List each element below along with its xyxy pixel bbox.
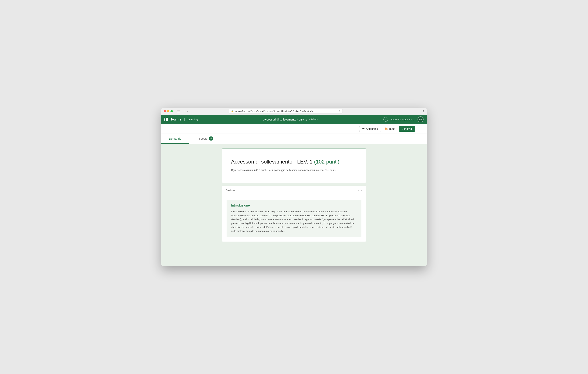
address-text: forms.office.com/Pages/DesignPage.aspx?l… [234,110,337,112]
section-more-button[interactable]: ··· [358,188,362,192]
share-label: Condividi [402,127,413,130]
preview-label: Anteprima [366,127,378,130]
breadcrumb-separator: | [184,118,185,121]
avatar[interactable]: AM [418,116,424,122]
preview-button[interactable]: 👁 Anteprima [359,126,381,132]
share-button[interactable]: ⬆ [422,109,424,113]
back-arrow[interactable]: ‹ [183,109,185,113]
form-title: Accessori di sollevamento - LEV. 1 (102 … [231,158,357,165]
app-header-right: ? Andrea Margiovann... AM [383,116,424,122]
close-button[interactable] [164,110,166,112]
help-icon[interactable]: ? [383,117,388,122]
form-card: Accessori di sollevamento - LEV. 1 (102 … [222,149,366,183]
tabs-bar: Domande Risposte 4 [161,134,427,144]
section-header: Sezione 1 ··· [222,186,366,195]
section-content: Introduzione La concezione di sicurezza … [222,195,366,242]
address-bar[interactable]: 🔒 forms.office.com/Pages/DesignPage.aspx… [229,109,343,114]
intro-block: Introduzione La concezione di sicurezza … [227,200,361,237]
section-label: Sezione 1 [226,189,237,192]
content-area: Accessori di sollevamento - LEV. 1 (102 … [161,144,427,249]
section-card: Sezione 1 ··· Introduzione La concezione… [222,186,366,242]
main-content: Domande Risposte 4 Accessori di sollevam… [161,134,427,266]
intro-text: La concezione di sicurezza sul lavoro ne… [231,210,357,233]
maximize-button[interactable] [170,110,173,112]
section-more-icon: ··· [358,188,362,192]
lock-icon: 🔒 [231,110,233,112]
nav-arrows: ‹ › [183,109,189,113]
theme-button[interactable]: 🎨 Tema [382,126,398,132]
intro-title: Introduzione [231,203,357,207]
form-title-points: (102 punti) [314,159,339,165]
theme-label: Tema [389,127,395,130]
saved-badge: - Salvato [309,118,318,121]
form-description: Ogni risposta giusta ti dà 6 punti. Per … [231,168,357,172]
app-header-left: Forms | Learning [164,118,198,121]
waffle-icon[interactable] [164,118,168,121]
app-header: Forms | Learning Accessori di sollevamen… [161,115,427,124]
tab-risposte-label: Risposte [196,137,207,140]
title-bar: ‹ › 🔒 forms.office.com/Pages/DesignPage.… [161,108,427,115]
user-name: Andrea Margiovann... [391,118,414,121]
tab-domande-label: Domande [169,137,181,140]
minimize-button[interactable] [167,110,169,112]
breadcrumb-label[interactable]: Learning [188,118,198,121]
toolbar: 👁 Anteprima 🎨 Tema Condividi ··· [161,124,427,134]
reload-icon[interactable]: ↻ [339,110,341,113]
eye-icon: 👁 [362,127,365,130]
palette-icon: 🎨 [385,127,388,130]
browser-window: ‹ › 🔒 forms.office.com/Pages/DesignPage.… [161,108,427,266]
more-options-button[interactable]: ··· [416,126,422,132]
grid-icon [177,110,180,113]
forward-arrow[interactable]: › [186,109,189,113]
form-title-main: Accessori di sollevamento - LEV. 1 [231,159,314,165]
risposte-badge: 4 [209,136,213,140]
form-title-header: Accessori di sollevamento - LEV. 1 [263,118,307,121]
share-button[interactable]: Condividi [399,126,415,132]
app-name[interactable]: Forms [171,118,181,121]
traffic-lights [164,110,173,112]
title-bar-actions: ⬆ [422,109,424,113]
app-header-center: Accessori di sollevamento - LEV. 1 - Sal… [198,118,383,121]
more-icon: ··· [417,127,420,131]
tab-risposte[interactable]: Risposte 4 [189,134,221,144]
tab-domande[interactable]: Domande [161,134,189,144]
